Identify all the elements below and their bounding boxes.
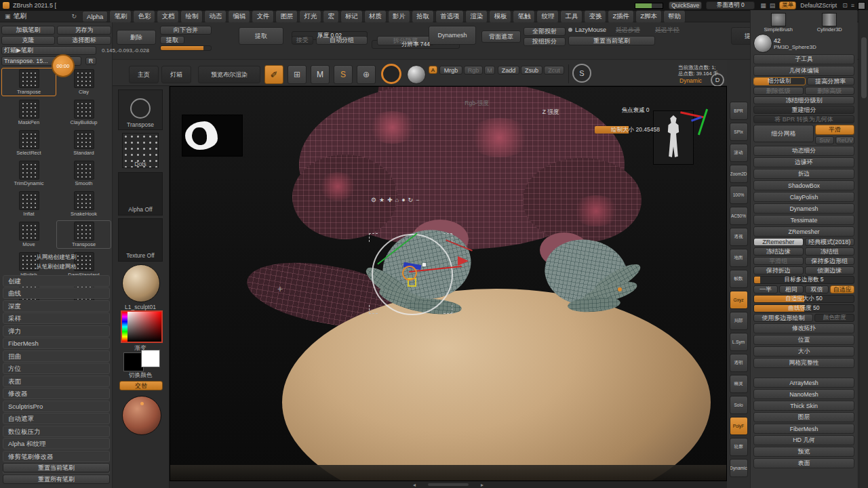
geometry-section-header[interactable]: 几何体编辑 <box>753 66 854 76</box>
brush-item[interactable]: SnakeHook <box>56 190 111 218</box>
subsection-header[interactable]: Tessimate <box>753 215 854 225</box>
brush-section-item[interactable]: 方位 <box>3 363 110 374</box>
right-scroll-thumb[interactable] <box>861 37 867 98</box>
stroke-dots-thumb[interactable]: Dots <box>122 133 159 168</box>
brush-section-item[interactable]: 修剪笔刷修改器 <box>3 451 110 462</box>
zadd-button[interactable]: Zadd <box>498 66 519 75</box>
brush-item[interactable]: Smooth <box>56 159 111 188</box>
texture-sphere-thumb[interactable] <box>122 264 160 302</box>
menu-item[interactable]: 宏 <box>323 10 339 23</box>
palette-section-header[interactable]: HD 几何 <box>753 435 854 445</box>
backface-mask-button[interactable]: 背面遮罩 <box>481 30 521 43</box>
scale-mode-icon[interactable]: S <box>334 65 353 84</box>
zcut-button[interactable]: Zcut <box>544 66 564 75</box>
accept-button[interactable]: 接受 <box>292 36 313 45</box>
use-polypaint-button[interactable]: 使用多边形绘制 <box>753 314 813 322</box>
camera-nav-box[interactable] <box>653 110 694 165</box>
material-icon[interactable] <box>407 65 426 84</box>
curve-strength-slider[interactable]: 曲线强度 50 <box>753 304 854 312</box>
group-split-button[interactable]: 按组拆分 <box>524 37 566 46</box>
gizmo-toolbar-icon[interactable]: ✚ <box>387 197 393 203</box>
brush-section-item[interactable]: 弹力 <box>3 325 110 337</box>
freeze-border-button[interactable]: 冻结边缘 <box>753 247 804 256</box>
palette-tab-label[interactable]: 笔刷 <box>14 12 27 21</box>
reconstruct-subdiv-button[interactable]: 重建细分 <box>753 106 854 114</box>
refresh-icon[interactable]: ↻ <box>72 13 77 20</box>
draw-mode-icon[interactable]: ⊞ <box>288 65 307 84</box>
higher-res-button[interactable]: 提高分辨率 <box>807 77 854 85</box>
brush-item[interactable]: Standard <box>56 129 111 157</box>
grid-icon[interactable]: ▦ <box>760 2 766 9</box>
gizmo-toolbar-icon[interactable]: ★ <box>379 197 384 203</box>
home-button[interactable]: 主页 <box>129 66 159 83</box>
clone-button[interactable]: 克隆 <box>1 36 55 45</box>
quicksave-button[interactable]: QuickSave <box>669 1 702 9</box>
primary-color-swatch[interactable] <box>141 350 160 367</box>
palette-section-header[interactable]: 预览 <box>753 447 854 457</box>
bpr-to-geo-button[interactable]: 将 BPR 转换为几何体 <box>753 115 854 123</box>
preview-boolean-button[interactable]: 预览布尔渲染 <box>198 66 260 83</box>
r-button[interactable]: R <box>85 57 96 65</box>
switch-color-label[interactable]: 切换颜色 <box>118 371 163 380</box>
right-shelf-button[interactable]: PolyF <box>730 417 748 435</box>
right-scroll-strip[interactable] <box>859 10 868 488</box>
brush-section-item[interactable]: 表面 <box>3 375 110 387</box>
menu-item[interactable]: 工具 <box>560 10 583 23</box>
stroke-icon[interactable] <box>381 64 401 84</box>
a-badge[interactable]: A <box>429 66 437 74</box>
menu-item[interactable]: 纹理 <box>536 10 559 23</box>
right-shelf-button[interactable]: BPR <box>730 102 748 120</box>
right-shelf-button[interactable]: SPix <box>730 123 748 141</box>
subsection-header[interactable]: 修改拓扑 <box>753 323 854 333</box>
project-all-button[interactable]: 全部投射 <box>524 27 566 36</box>
gizmo-toolbar-icon[interactable]: − <box>416 197 419 203</box>
dynamesh-button[interactable]: Dynamesh <box>429 26 476 45</box>
right-shelf-button[interactable]: 滚动 <box>730 144 748 162</box>
subsection-header[interactable]: 动态细分 <box>753 146 854 156</box>
subtool-section-header[interactable]: 子工具 <box>753 54 854 64</box>
smooth-toggle[interactable]: 平滑 <box>815 125 854 135</box>
create-from-mesh-button[interactable]: 从网格创建笔刷 <box>1 253 111 262</box>
menu-item[interactable]: 文档 <box>157 10 179 23</box>
load-brush-button[interactable]: 加载笔刷 <box>1 26 55 35</box>
gizmo-toolbar-icon[interactable]: ⚙ <box>371 197 376 203</box>
menu-item[interactable]: 渲染 <box>465 10 488 23</box>
menu-item[interactable]: 材质 <box>364 10 387 23</box>
del-lower-button[interactable]: 删除低级 <box>753 87 804 95</box>
ui-transparency-slider[interactable]: 界面透明 0 <box>706 1 755 9</box>
gizmo-red-cone[interactable] <box>458 256 469 266</box>
menu-item[interactable]: 笔刷 <box>109 10 132 23</box>
subsection-header[interactable]: ZRemesher <box>753 226 854 237</box>
reset-all-brushes-button[interactable]: 重置所有笔刷 <box>3 474 110 484</box>
dynamic-toggle[interactable]: Dynamic <box>679 77 709 84</box>
subsection-header[interactable]: 网格完整性 <box>753 358 854 368</box>
canvas-scrollbar[interactable]: ◂ ▸ <box>170 481 727 488</box>
right-shelf-button[interactable]: 地面 <box>730 249 748 267</box>
menu-item[interactable]: Z脚本 <box>635 10 662 23</box>
keep-crease-button[interactable]: 保持折边 <box>753 266 804 274</box>
swatch-icon[interactable] <box>858 2 865 9</box>
brush-section-item[interactable]: Alpha 和纹理 <box>3 438 110 449</box>
gizmo-toolbar-icon[interactable]: ↻ <box>408 197 414 203</box>
right-shelf-button[interactable]: 帧数 <box>730 270 748 288</box>
suv-button[interactable]: Suv <box>815 136 834 144</box>
gizmo-white-handle[interactable] <box>422 263 426 266</box>
gizmo-toolbar-icon[interactable]: ● <box>401 197 405 203</box>
double-button[interactable]: 双倍 <box>805 285 829 293</box>
detect-edge-button[interactable]: 侦测边缘 <box>805 266 855 274</box>
lazy-radius-button[interactable]: 延迟半径 <box>650 26 685 35</box>
save-as-button[interactable]: 另存为 <box>57 26 111 35</box>
menu-item[interactable]: 灯光 <box>299 10 321 23</box>
current-tool[interactable]: 42 PM3D_Sphere3D <box>753 34 854 53</box>
brush-item[interactable]: ClayBuildup <box>56 98 111 127</box>
right-shelf-button[interactable]: L.Sym <box>730 333 748 351</box>
reset-current-brush-button[interactable]: 重置当前笔刷 <box>568 36 655 45</box>
rotate-mode-icon[interactable]: ⊕ <box>357 65 376 84</box>
list-icon[interactable]: ≡ <box>851 2 854 9</box>
alpha-off-thumb[interactable]: Alpha Off <box>118 172 163 216</box>
brush-item[interactable]: MaskPen <box>1 98 56 127</box>
menu-item[interactable]: 模板 <box>489 10 511 23</box>
texture-off-thumb[interactable]: Texture Off <box>118 218 163 262</box>
palette-section-header[interactable]: FiberMesh <box>753 424 854 434</box>
quicksave-timer[interactable]: 00:00 <box>52 54 75 77</box>
